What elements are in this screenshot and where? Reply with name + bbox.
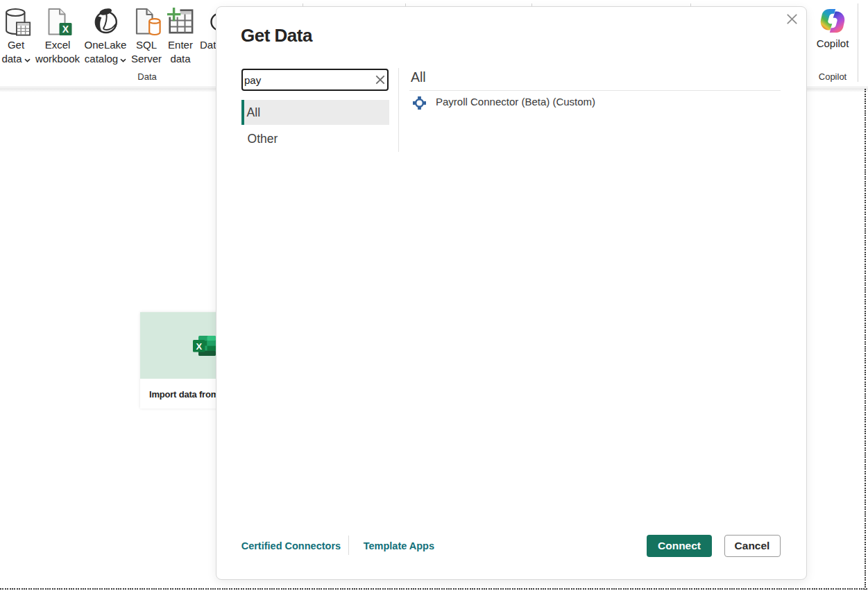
- svg-text:X: X: [196, 341, 202, 352]
- svg-text:X: X: [62, 24, 69, 35]
